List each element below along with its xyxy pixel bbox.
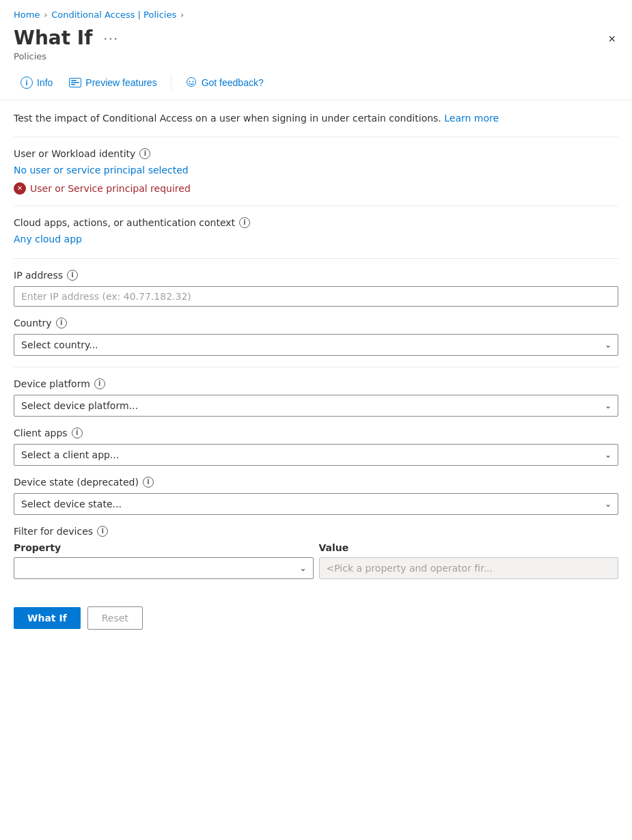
info-button[interactable]: i Info xyxy=(14,72,59,93)
button-row: What If Reset xyxy=(0,596,632,643)
error-text: User or Service principal required xyxy=(30,183,191,194)
filter-devices-table: Property Value ⌄ <Pick a property and op… xyxy=(14,542,618,579)
device-platform-select-wrapper: Select device platform... ⌄ xyxy=(14,395,618,417)
filter-table-header: Property Value xyxy=(14,542,618,553)
page-header: What If ··· Policies × xyxy=(0,24,632,67)
client-apps-label-text: Client apps xyxy=(14,428,68,438)
device-platform-select[interactable]: Select device platform... xyxy=(14,395,618,417)
divider-3 xyxy=(14,258,618,259)
ip-address-label-text: IP address xyxy=(14,270,63,281)
device-platform-info-icon[interactable]: i xyxy=(94,378,105,389)
svg-point-6 xyxy=(192,81,193,82)
filter-devices-section: Filter for devices i Property Value ⌄ <P… xyxy=(14,526,618,579)
error-row: User or Service principal required xyxy=(14,182,618,195)
divider-2 xyxy=(14,206,618,206)
error-icon xyxy=(14,182,26,195)
filter-col-property: Property xyxy=(14,542,314,553)
ip-address-label: IP address i xyxy=(14,270,618,281)
what-if-panel: Home › Conditional Access | Policies › W… xyxy=(0,0,632,840)
country-section: Country i Select country... ⌄ xyxy=(14,318,618,356)
user-identity-label: User or Workload identity i xyxy=(14,148,618,159)
device-state-select[interactable]: Select device state... xyxy=(14,493,618,515)
info-circle-icon: i xyxy=(20,76,33,89)
client-apps-select-wrapper: Select a client app... ⌄ xyxy=(14,444,618,466)
filter-devices-label: Filter for devices i xyxy=(14,526,618,537)
feedback-button[interactable]: Got feedback? xyxy=(178,73,271,92)
ip-address-section: IP address i xyxy=(14,270,618,307)
country-label: Country i xyxy=(14,318,618,328)
ip-address-info-icon[interactable]: i xyxy=(67,270,78,281)
cloud-apps-label-text: Cloud apps, actions, or authentication c… xyxy=(14,217,235,228)
country-select-wrapper: Select country... ⌄ xyxy=(14,334,618,356)
close-button[interactable]: × xyxy=(605,29,618,49)
breadcrumb-conditional-access[interactable]: Conditional Access | Policies xyxy=(51,10,176,20)
client-apps-section: Client apps i Select a client app... ⌄ xyxy=(14,428,618,466)
header-left: What If ··· Policies xyxy=(14,27,123,61)
svg-point-5 xyxy=(189,81,190,82)
more-options-button[interactable]: ··· xyxy=(99,29,123,47)
breadcrumb-sep-1: › xyxy=(44,10,47,20)
breadcrumb-home[interactable]: Home xyxy=(14,10,40,20)
user-identity-info-icon[interactable]: i xyxy=(139,148,150,159)
preview-features-label: Preview features xyxy=(85,77,156,88)
toolbar-divider xyxy=(171,74,171,91)
description-body: Test the impact of Conditional Access on… xyxy=(14,113,441,124)
cloud-apps-link[interactable]: Any cloud app xyxy=(14,234,82,244)
page-subtitle: Policies xyxy=(14,51,123,61)
device-platform-label-text: Device platform xyxy=(14,378,90,389)
svg-rect-2 xyxy=(71,82,79,83)
filter-devices-label-text: Filter for devices xyxy=(14,526,93,537)
info-label: Info xyxy=(37,77,53,88)
reset-button[interactable]: Reset xyxy=(87,606,143,630)
user-identity-link[interactable]: No user or service principal selected xyxy=(14,165,189,176)
breadcrumb-sep-2: › xyxy=(180,10,184,20)
filter-value-placeholder: <Pick a property and operator fir... xyxy=(319,557,619,579)
client-apps-label: Client apps i xyxy=(14,428,618,438)
preview-features-button[interactable]: Preview features xyxy=(62,73,163,92)
user-identity-section: User or Workload identity i No user or s… xyxy=(14,148,618,195)
cloud-apps-info-icon[interactable]: i xyxy=(239,217,250,228)
country-info-icon[interactable]: i xyxy=(56,318,67,328)
user-identity-label-text: User or Workload identity xyxy=(14,148,135,159)
filter-table-row: ⌄ <Pick a property and operator fir... xyxy=(14,557,618,579)
device-state-label: Device state (deprecated) i xyxy=(14,477,618,488)
device-platform-label: Device platform i xyxy=(14,378,618,389)
svg-rect-1 xyxy=(71,80,77,81)
device-state-select-wrapper: Select device state... ⌄ xyxy=(14,493,618,515)
cloud-apps-label: Cloud apps, actions, or authentication c… xyxy=(14,217,618,228)
main-content: Test the impact of Conditional Access on… xyxy=(0,100,632,596)
filter-devices-info-icon[interactable]: i xyxy=(97,526,108,537)
page-title: What If xyxy=(14,27,92,50)
breadcrumb: Home › Conditional Access | Policies › xyxy=(0,0,632,24)
ip-address-input[interactable] xyxy=(14,286,618,307)
divider-1 xyxy=(14,137,618,137)
device-state-info-icon[interactable]: i xyxy=(143,477,154,488)
filter-col-value: Value xyxy=(319,542,619,553)
client-apps-select[interactable]: Select a client app... xyxy=(14,444,618,466)
device-platform-section: Device platform i Select device platform… xyxy=(14,378,618,417)
device-state-label-text: Device state (deprecated) xyxy=(14,477,139,488)
svg-rect-3 xyxy=(71,84,75,85)
client-apps-info-icon[interactable]: i xyxy=(72,428,83,438)
country-select[interactable]: Select country... xyxy=(14,334,618,356)
learn-more-link[interactable]: Learn more xyxy=(444,113,499,124)
divider-4 xyxy=(14,367,618,367)
cloud-apps-section: Cloud apps, actions, or authentication c… xyxy=(14,217,618,247)
svg-point-4 xyxy=(187,77,195,86)
feedback-icon xyxy=(185,77,197,88)
feedback-label: Got feedback? xyxy=(202,77,264,88)
description-text: Test the impact of Conditional Access on… xyxy=(14,111,618,126)
preview-icon xyxy=(69,78,81,87)
header-title-row: What If ··· xyxy=(14,27,123,50)
what-if-button[interactable]: What If xyxy=(14,607,81,629)
country-label-text: Country xyxy=(14,318,52,328)
device-state-section: Device state (deprecated) i Select devic… xyxy=(14,477,618,515)
filter-property-select[interactable] xyxy=(14,557,314,579)
toolbar: i Info Preview features xyxy=(0,67,632,100)
filter-property-select-wrapper: ⌄ xyxy=(14,557,314,579)
